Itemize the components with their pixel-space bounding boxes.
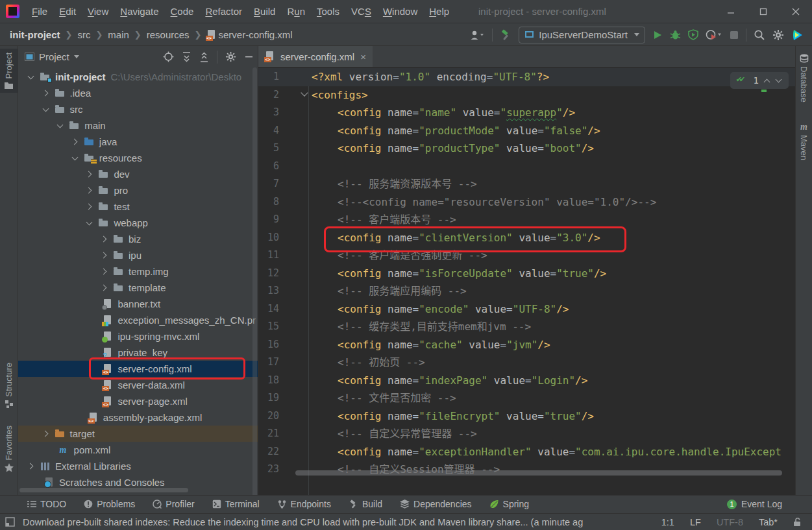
tool-tab-database[interactable]: Database (796, 54, 812, 102)
toolwindow-button-terminal[interactable]: Terminal (212, 499, 260, 509)
tree-item-java[interactable]: java (18, 134, 258, 150)
close-icon[interactable] (780, 0, 812, 23)
menu-build[interactable]: Build (248, 2, 281, 21)
line-number[interactable]: 8 (258, 193, 279, 211)
next-problem-icon[interactable] (776, 77, 782, 84)
toolwindow-button-todo[interactable]: TODO (27, 499, 66, 509)
gutter-zone[interactable] (279, 282, 308, 300)
gutter-zone[interactable] (279, 68, 308, 86)
tree-item-dev[interactable]: dev (18, 166, 258, 182)
chevron-right-icon[interactable] (99, 283, 110, 293)
user-account-icon[interactable] (469, 30, 485, 40)
line-number[interactable]: 20 (258, 407, 279, 426)
gutter-zone[interactable] (279, 104, 308, 122)
line-number[interactable]: 1 (258, 68, 279, 86)
gutter-zone[interactable] (279, 247, 308, 265)
chevron-right-icon[interactable] (99, 250, 110, 261)
gutter-zone[interactable] (279, 229, 308, 247)
gutter-zone[interactable] (279, 265, 308, 283)
toolwindow-button-problems[interactable]: Problems (84, 499, 135, 509)
chevron-down-icon[interactable] (41, 104, 51, 115)
tree-item-exception-messages-zh-cn-pr[interactable]: exception_messages_zh_CN.pr (18, 312, 258, 328)
gutter-zone[interactable] (279, 425, 308, 443)
tree-item-pom-xml[interactable]: pom.xml (18, 442, 258, 458)
gradient-badge-icon[interactable] (791, 29, 804, 42)
gutter-zone[interactable] (279, 372, 308, 390)
tree-item-ipu-spring-mvc-xml[interactable]: ipu-spring-mvc.xml (18, 328, 258, 344)
tree-item-resources[interactable]: resources (18, 150, 258, 166)
run-button[interactable] (652, 30, 663, 40)
toolwindow-button-dependencies[interactable]: Dependencies (400, 499, 472, 509)
status-item-lf[interactable]: LF (690, 517, 701, 527)
menu-run[interactable]: Run (281, 2, 311, 21)
toolwindow-button-profiler[interactable]: Profiler (153, 499, 194, 509)
close-tab-icon[interactable]: × (360, 51, 366, 62)
line-number[interactable]: 9 (258, 211, 279, 229)
locate-file-icon[interactable] (163, 51, 174, 62)
menu-tools[interactable]: Tools (311, 2, 345, 21)
gutter-zone[interactable] (279, 407, 308, 426)
hide-panel-icon[interactable] (244, 52, 254, 62)
lock-icon[interactable] (793, 517, 802, 527)
tree-item-biz[interactable]: biz (18, 231, 258, 247)
run-with-coverage-button[interactable] (688, 29, 698, 40)
chevron-down-icon[interactable] (70, 153, 80, 163)
expand-all-icon[interactable] (182, 52, 191, 62)
toolwindow-button-spring[interactable]: Spring (489, 499, 529, 509)
tree-item--idea[interactable]: .idea (18, 85, 258, 101)
minimize-icon[interactable] (715, 0, 747, 23)
gutter-zone[interactable] (279, 211, 308, 229)
line-number[interactable]: 4 (258, 122, 279, 140)
chevron-right-icon[interactable] (70, 137, 80, 147)
line-number[interactable]: 22 (258, 443, 279, 461)
tool-tab-maven[interactable]: m Maven (796, 123, 812, 160)
line-number[interactable]: 12 (258, 265, 279, 283)
prev-problem-icon[interactable] (764, 77, 770, 84)
menu-help[interactable]: Help (423, 2, 455, 21)
line-number[interactable]: 3 (258, 104, 279, 122)
tree-item-assembly-package-xml[interactable]: assembly-package.xml (18, 409, 258, 426)
gutter-zone[interactable] (279, 336, 308, 354)
stop-button[interactable] (730, 30, 739, 40)
chevron-right-icon[interactable] (99, 234, 110, 245)
breadcrumb-item[interactable]: server-config.xml (217, 29, 294, 40)
menu-file[interactable]: File (26, 2, 53, 21)
collapse-all-icon[interactable] (199, 52, 209, 62)
gutter-zone[interactable] (279, 139, 308, 158)
line-number[interactable]: 14 (258, 300, 279, 319)
code-editor-area[interactable]: 1<?xml version="1.0" encoding="UTF-8"?>2… (258, 68, 795, 495)
menu-navigate[interactable]: Navigate (114, 2, 164, 21)
status-item-1-1[interactable]: 1:1 (661, 517, 674, 527)
chevron-right-icon[interactable] (84, 186, 95, 196)
tree-item-server-page-xml[interactable]: server-page.xml (18, 393, 258, 409)
tree-item-banner-txt[interactable]: banner.txt (18, 296, 258, 312)
line-number[interactable]: 6 (258, 158, 279, 176)
chevron-right-icon[interactable] (99, 267, 110, 277)
status-message[interactable]: Download pre-built shared indexes: Reduc… (23, 517, 583, 527)
tree-item-main[interactable]: main (18, 117, 258, 134)
run-configuration-select[interactable]: IpuServerDemoStart (519, 27, 645, 43)
gutter-zone[interactable] (279, 443, 308, 461)
status-item-tab-[interactable]: Tab* (759, 517, 778, 527)
toolwindow-button-endpoints[interactable]: Endpoints (277, 499, 331, 509)
event-log-button[interactable]: 1 Event Log (727, 499, 812, 509)
panel-settings-gear-icon[interactable] (225, 51, 236, 62)
toolwindow-button-build[interactable]: Build (349, 499, 382, 509)
gutter-zone[interactable] (279, 122, 308, 140)
gutter-zone[interactable] (279, 193, 308, 211)
menu-vcs[interactable]: VCS (345, 2, 377, 21)
tree-item-target[interactable]: target (18, 426, 258, 442)
tree-item-pro[interactable]: pro (18, 182, 258, 199)
line-number[interactable]: 23 (258, 461, 279, 479)
chevron-right-icon[interactable] (41, 88, 51, 99)
tree-vertical-scrollbar[interactable] (252, 67, 257, 495)
gutter-zone[interactable] (279, 300, 308, 319)
tree-item-ipu[interactable]: ipu (18, 247, 258, 263)
gutter-zone[interactable] (279, 86, 308, 104)
breadcrumb-item[interactable]: init-project (8, 29, 62, 40)
gutter-zone[interactable] (279, 389, 308, 407)
editor-tab-server-config[interactable]: server-config.xml × (258, 46, 373, 67)
tree-item-test[interactable]: test (18, 199, 258, 215)
gutter-zone[interactable] (279, 354, 308, 372)
profiler-run-button[interactable] (706, 29, 722, 40)
